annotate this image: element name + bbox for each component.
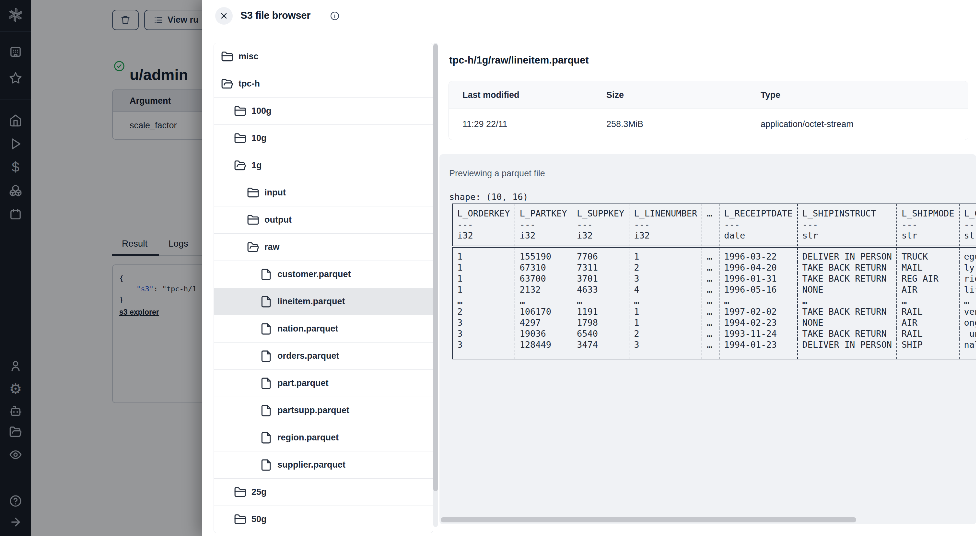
table-row: ……………………… — [452, 295, 976, 306]
table-row: 312844934743…1994-01-23DELIVER IN PERSON… — [452, 339, 976, 359]
folder-icon — [221, 51, 233, 63]
table-cell: … — [702, 295, 719, 306]
tree-item-label: raw — [264, 242, 280, 252]
tree-item-tpc-h[interactable]: tpc-h — [214, 70, 433, 97]
table-cell: NONE — [797, 317, 897, 328]
table-cell: 19036 — [515, 328, 572, 339]
table-cell: 63700 — [515, 273, 572, 284]
table-cell: 4633 — [572, 284, 629, 295]
tree-item-25g[interactable]: 25g — [214, 479, 433, 506]
file-icon — [260, 432, 272, 444]
tree-item-partsupp-parquet[interactable]: partsupp.parquet — [214, 397, 433, 424]
folder-icon — [234, 105, 246, 117]
folder-icon — [247, 187, 259, 199]
tree-item-output[interactable]: output — [214, 207, 433, 234]
table-cell: 6540 — [572, 328, 629, 339]
tree-item-50g[interactable]: 50g — [214, 506, 433, 533]
table-cell: 3 — [452, 339, 515, 359]
table-cell: 4 — [629, 284, 702, 295]
tree-scrollbar[interactable] — [433, 43, 438, 527]
tree-item-label: nation.parquet — [277, 324, 338, 334]
tree-item-input[interactable]: input — [214, 179, 433, 207]
tree-item-label: 10g — [251, 133, 267, 143]
table-cell: … — [959, 295, 977, 306]
column-header-L_LINENUMBER: L_LINENUMBER---i32 — [629, 204, 702, 247]
table-cell: 1 — [629, 306, 702, 317]
table-cell: TRUCK — [897, 247, 959, 262]
tree-item-10g[interactable]: 10g — [214, 125, 433, 152]
column-header-…: … — [702, 204, 719, 247]
table-cell: egul — [959, 247, 977, 262]
column-header-L_SHIPMODE: L_SHIPMODE---str — [897, 204, 959, 247]
table-cell: … — [702, 328, 719, 339]
table-cell: 155190 — [515, 247, 572, 262]
table-cell: riou — [959, 273, 977, 284]
table-row: 16731073112…1996-04-20TAKE BACK RETURNMA… — [452, 262, 976, 273]
file-icon — [260, 404, 272, 417]
table-row: 1213246334…1996-05-16NONEAIRlite — [452, 284, 976, 295]
table-cell: 1 — [629, 317, 702, 328]
table-cell: 1993-11-24 — [719, 328, 797, 339]
meta-value-type: application/octet-stream — [760, 109, 854, 140]
table-cell: 106170 — [515, 306, 572, 317]
tree-item-supplier-parquet[interactable]: supplier.parquet — [214, 452, 433, 479]
tree-item-100g[interactable]: 100g — [214, 97, 433, 125]
table-cell: TAKE BACK RETURN — [797, 273, 897, 284]
tree-item-label: misc — [239, 51, 259, 62]
tree-item-label: customer.parquet — [277, 269, 351, 279]
tree-item-part-parquet[interactable]: part.parquet — [214, 370, 433, 397]
info-button[interactable] — [330, 11, 340, 22]
table-cell: 7706 — [572, 247, 629, 262]
folder-open-icon — [247, 241, 259, 253]
table-cell: MAIL — [897, 262, 959, 273]
tree-item-label: output — [264, 215, 292, 225]
table-cell: unu — [959, 328, 977, 339]
tree-item-customer-parquet[interactable]: customer.parquet — [214, 261, 433, 288]
tree-item-label: supplier.parquet — [277, 460, 345, 470]
file-icon — [260, 459, 272, 471]
table-cell: DELIVER IN PERSON — [797, 247, 897, 262]
column-header-L_SHIPINSTRUCT: L_SHIPINSTRUCT---str — [797, 204, 897, 247]
table-cell: SHIP — [897, 339, 959, 359]
parquet-table: L_ORDERKEY---i32L_PARTKEY---i32L_SUPPKEY… — [452, 204, 976, 359]
table-row: 16370037013…1996-01-31TAKE BACK RETURNRE… — [452, 273, 976, 284]
column-header-L_PARTKEY: L_PARTKEY---i32 — [515, 204, 572, 247]
horizontal-scrollbar-thumb[interactable] — [441, 517, 856, 522]
tree-item-region-parquet[interactable]: region.parquet — [214, 424, 433, 452]
file-meta-table: Last modified Size Type 11:29 22/11 258.… — [449, 81, 968, 140]
table-cell: … — [702, 262, 719, 273]
tree-item-misc[interactable]: misc — [214, 43, 433, 70]
folder-open-icon — [221, 78, 233, 90]
modal-overlay[interactable] — [0, 0, 202, 536]
table-cell: … — [719, 295, 797, 306]
preview-label: Previewing a parquet file — [449, 169, 545, 178]
table-cell: 3 — [629, 339, 702, 359]
tree-item-nation-parquet[interactable]: nation.parquet — [214, 315, 433, 342]
tree-item-label: input — [264, 188, 286, 198]
close-button[interactable] — [215, 7, 233, 25]
table-cell: REG AIR — [897, 273, 959, 284]
modal-header: S3 file browser — [202, 0, 980, 32]
table-cell: 1 — [452, 247, 515, 262]
table-cell: 1798 — [572, 317, 629, 328]
table-row: 3429717981…1994-02-23NONEAIRongs — [452, 317, 976, 328]
table-cell: nal — [959, 339, 977, 359]
table-cell: 1 — [629, 247, 702, 262]
table-cell: 3 — [629, 273, 702, 284]
file-meta-header-row: Last modified Size Type — [449, 81, 968, 109]
meta-header-size: Size — [606, 81, 624, 108]
table-cell: 1994-02-23 — [719, 317, 797, 328]
tree-item-label: 1g — [251, 161, 262, 170]
folder-open-icon — [234, 159, 246, 172]
table-cell: 1996-04-20 — [719, 262, 797, 273]
tree-item-1g[interactable]: 1g — [214, 152, 433, 179]
app-root: $ ⚙ — [0, 0, 980, 536]
table-cell: 3474 — [572, 339, 629, 359]
table-cell: 67310 — [515, 262, 572, 273]
tree-item-lineitem-parquet[interactable]: lineitem.parquet — [214, 288, 433, 315]
tree-scrollbar-thumb[interactable] — [433, 44, 438, 491]
table-row: 115519077061…1996-03-22DELIVER IN PERSON… — [452, 247, 976, 262]
table-cell: … — [702, 273, 719, 284]
tree-item-orders-parquet[interactable]: orders.parquet — [214, 342, 433, 370]
tree-item-raw[interactable]: raw — [214, 234, 433, 261]
